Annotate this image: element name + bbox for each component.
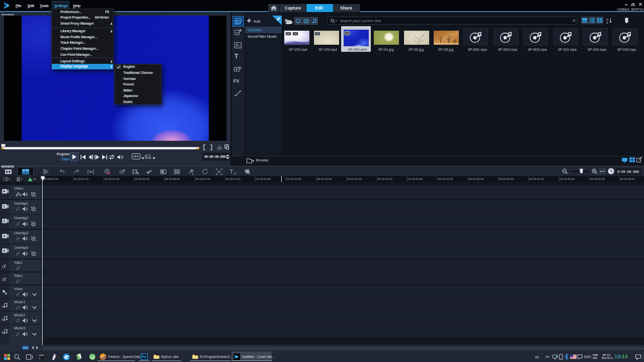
svg-text:Z: Z [606, 21, 608, 24]
svg-text:4: 4 [3, 249, 5, 252]
svg-text:1: 1 [3, 205, 5, 208]
svg-text:3: 3 [2, 331, 4, 334]
svg-text:2: 2 [3, 219, 5, 223]
svg-text:3: 3 [3, 234, 5, 238]
svg-text:T: T [230, 169, 233, 174]
svg-text:3D: 3D [233, 172, 236, 175]
svg-text:1: 1 [2, 305, 4, 308]
svg-text:A: A [606, 18, 608, 21]
svg-text:2: 2 [2, 318, 4, 321]
